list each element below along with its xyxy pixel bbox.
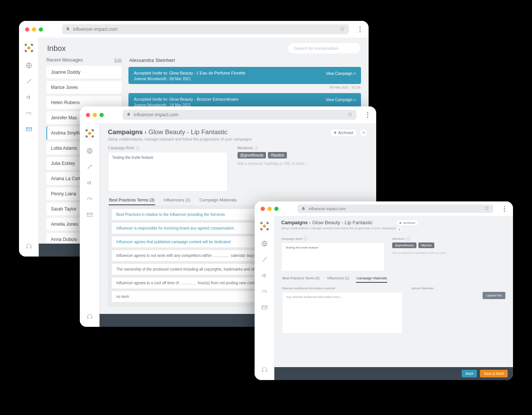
gauge-icon[interactable] — [25, 109, 33, 117]
window-campaign-materials: influencer-impact.com Campaigns › Glow B… — [255, 201, 513, 380]
app-logo[interactable] — [259, 220, 270, 232]
page-subtitle: Setup collaborations, manage outreach an… — [108, 137, 252, 141]
url-bar[interactable]: influencer-impact.com — [62, 24, 349, 34]
star-icon[interactable] — [340, 26, 345, 33]
svg-rect-9 — [262, 306, 267, 309]
minimize-icon[interactable] — [32, 27, 36, 32]
close-icon[interactable] — [86, 113, 90, 117]
support-icon[interactable] — [261, 366, 268, 375]
track-input[interactable]: Add a keyword, hashtag or URL to track… — [238, 162, 368, 166]
tab[interactable]: Influencers (1) — [327, 274, 350, 283]
app-logo[interactable] — [23, 42, 35, 54]
svg-point-10 — [399, 229, 400, 230]
close-icon[interactable] — [261, 207, 265, 211]
megaphone-icon[interactable] — [86, 179, 94, 187]
breadcrumb[interactable]: Campaigns › Glow Beauty - Lip Fantastic — [108, 128, 252, 136]
titlebar: influencer-impact.com — [80, 106, 376, 123]
minimize-icon[interactable] — [268, 207, 272, 211]
lock-icon — [301, 206, 306, 211]
gauge-icon[interactable] — [86, 195, 94, 203]
wand-icon[interactable] — [86, 163, 94, 171]
globe-icon[interactable] — [25, 61, 33, 70]
lock-icon — [127, 112, 131, 117]
breadcrumb[interactable]: Campaigns › Glow Beauty - Lip Fantastic — [281, 220, 396, 225]
mention-tag[interactable]: #lipstick — [418, 242, 434, 248]
wand-icon[interactable] — [25, 77, 33, 86]
mail-icon[interactable] — [86, 211, 94, 219]
star-icon[interactable] — [347, 112, 353, 118]
view-campaign-link[interactable]: View Campaign > — [326, 98, 356, 102]
url-bar[interactable]: influencer-impact.com — [298, 204, 493, 213]
zoom-icon[interactable] — [39, 27, 43, 32]
minimize-icon[interactable] — [93, 113, 97, 117]
archived-button[interactable]: Archived — [330, 129, 357, 137]
overflow-menu-icon[interactable] — [365, 112, 370, 118]
close-icon[interactable] — [25, 27, 29, 32]
mail-icon[interactable] — [25, 125, 33, 133]
campaign-brief-input[interactable]: Testing the invite feature — [281, 242, 385, 271]
mentions-label: Mentionsi — [238, 146, 368, 150]
tab[interactable]: Best Practices Terms (3) — [282, 274, 320, 283]
megaphone-icon[interactable] — [260, 271, 269, 280]
overflow-menu-icon[interactable] — [357, 27, 363, 32]
info-icon[interactable]: i — [136, 146, 139, 150]
tab[interactable]: Influencers (1) — [163, 195, 191, 205]
titlebar: influencer-impact.com — [19, 21, 369, 38]
gear-icon[interactable] — [359, 128, 368, 137]
tab[interactable]: Campaign Materials — [199, 195, 237, 205]
mail-icon[interactable] — [260, 303, 269, 312]
svg-point-4 — [91, 165, 92, 165]
recent-label: Recent Messages — [46, 57, 83, 63]
support-icon[interactable] — [25, 243, 32, 251]
track-input[interactable]: Add a keyword, hashtag or URL to track… — [392, 251, 506, 255]
campaign-brief-input[interactable]: Testing the invite feature — [108, 152, 228, 192]
contact-item[interactable]: Joanne Doddy — [46, 66, 122, 79]
app-logo[interactable] — [84, 128, 95, 139]
zoom-icon[interactable] — [274, 207, 279, 211]
back-button[interactable]: Back — [462, 370, 477, 377]
footer-bar: Back Save & Send — [274, 367, 513, 380]
mentions-label: Mentionsi — [392, 237, 506, 241]
brief-label: Campaign Briefi — [108, 146, 228, 150]
invite-card[interactable]: Accepted Invite to: Glow Beauty - L'Eau … — [128, 67, 361, 84]
thread-title: Alessandra Steinherr — [129, 57, 360, 63]
gear-icon[interactable] — [396, 226, 403, 233]
star-icon[interactable] — [484, 206, 489, 212]
gauge-icon[interactable] — [260, 287, 269, 296]
upload-label: Upload Materials — [411, 287, 505, 290]
mention-tag[interactable]: @glowBeauty — [238, 152, 266, 158]
archived-button[interactable]: Archived — [396, 220, 418, 226]
save-button[interactable]: Save & Send — [480, 370, 508, 377]
url-bar[interactable]: influencer-impact.com — [123, 110, 356, 120]
window-controls — [25, 27, 43, 32]
search-input[interactable]: Search for conversation — [288, 43, 360, 54]
window-controls — [86, 113, 104, 117]
materials-info-input[interactable]: Any relevant additional information here… — [282, 292, 403, 334]
view-campaign-link[interactable]: View Campaign > — [326, 71, 356, 76]
wand-icon[interactable] — [260, 255, 269, 264]
tab[interactable]: Campaign Materials — [356, 274, 387, 283]
mention-tag[interactable]: #lipstick — [268, 152, 287, 158]
info-icon[interactable]: i — [304, 237, 307, 241]
globe-icon[interactable] — [86, 147, 94, 155]
info-icon[interactable]: i — [254, 146, 258, 150]
globe-icon[interactable] — [260, 239, 269, 248]
megaphone-icon[interactable] — [25, 93, 33, 101]
url-text: influencer-impact.com — [73, 27, 117, 32]
tab-bar: Best Practices Terms (3)Influencers (1)C… — [274, 274, 513, 283]
info-icon[interactable]: i — [406, 237, 410, 241]
svg-rect-2 — [26, 128, 32, 131]
support-icon[interactable] — [86, 313, 93, 322]
upload-button[interactable]: Upload File — [483, 292, 505, 299]
titlebar: influencer-impact.com — [255, 201, 513, 216]
svg-point-1 — [30, 79, 31, 80]
contact-item[interactable]: Marice Jones — [46, 81, 122, 94]
tab[interactable]: Best Practices Terms (3) — [109, 195, 155, 205]
lock-icon — [66, 27, 70, 32]
overflow-menu-icon[interactable] — [502, 206, 507, 212]
edit-link[interactable]: Edit — [114, 58, 122, 62]
brief-label: Campaign Briefi — [281, 237, 385, 241]
zoom-icon[interactable] — [100, 113, 104, 117]
mention-tag[interactable]: @glowBeauty — [392, 242, 416, 248]
page-subtitle: Setup collaborations, manage outreach an… — [281, 227, 396, 230]
